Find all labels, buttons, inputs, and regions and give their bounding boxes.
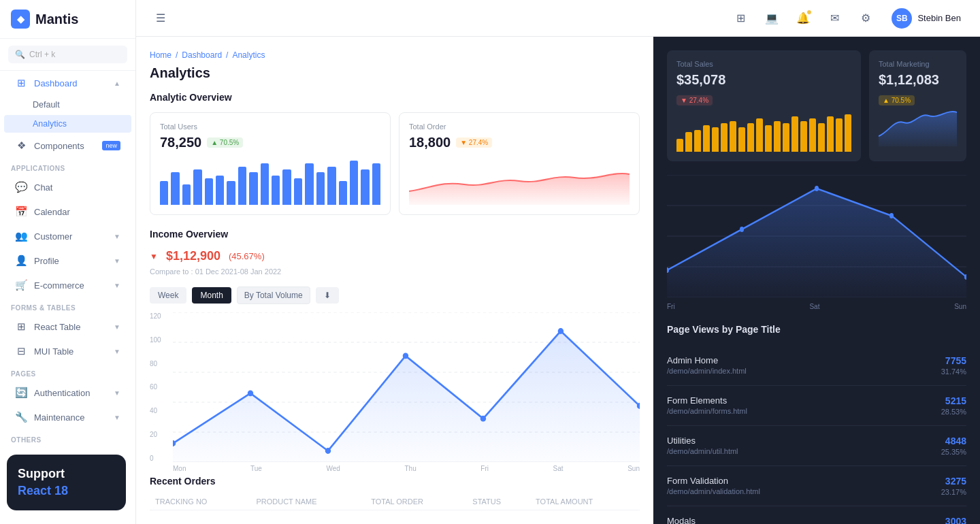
settings-icon-button[interactable]: ⚙: [855, 7, 877, 29]
bar-item: [294, 178, 302, 205]
grid-icon-button[interactable]: ⊞: [730, 7, 751, 29]
breadcrumb: Home / Dashboard / Analytics: [150, 50, 640, 60]
pv-info-0: Admin Home /demo/admin/index.html: [667, 355, 747, 375]
dark-bar-item: [845, 114, 851, 152]
bar-item: [350, 161, 358, 205]
support-badge[interactable]: Support React 18: [7, 455, 126, 510]
nav-item-components[interactable]: ❖ Components new: [4, 134, 131, 157]
nav-item-calendar[interactable]: 📅 Calendar: [4, 200, 131, 223]
mail-icon-button[interactable]: ✉: [823, 7, 845, 29]
breadcrumb-dashboard: Dashboard: [182, 50, 222, 60]
nav-label-react-table: React Table: [34, 322, 80, 332]
card-total-order: Total Order 18,800 ▼ 27.4%: [399, 112, 640, 215]
dark-bar-item: [738, 127, 745, 152]
calendar-icon: 📅: [15, 206, 27, 218]
dark-card-total-marketing: Total Marketing $1,12,083 ▲ 70.5%: [869, 50, 966, 161]
dark-bar-item: [694, 130, 701, 152]
pv-item-0: Admin Home /demo/admin/index.html 7755 3…: [667, 346, 966, 386]
nav-label-components: Components: [34, 141, 84, 151]
bar-item: [339, 181, 347, 205]
left-panel: Home / Dashboard / Analytics Analytics A…: [136, 37, 653, 524]
nav-item-customer[interactable]: 👥 Customer ▼: [4, 225, 131, 248]
dark-bar-item: [685, 132, 692, 152]
pv-value-0: 7755: [941, 355, 966, 366]
pv-info-4: Modals /demo/admin/modals.html: [667, 516, 753, 524]
bar-item: [160, 181, 168, 205]
col-status: STATUS: [467, 493, 530, 510]
bar-item: [316, 172, 325, 205]
svg-point-8: [325, 448, 331, 454]
nav-item-react-table[interactable]: ⊞ React Table ▼: [4, 315, 131, 338]
income-title: Income Overview: [150, 229, 640, 240]
month-button[interactable]: Month: [192, 287, 231, 304]
nav-item-ecommerce[interactable]: 🛒 E-commerce ▼: [4, 274, 131, 297]
recent-orders-section: Recent Orders TRACKING NO PRODUCT NAME T…: [150, 476, 640, 510]
sidebar-search[interactable]: 🔍 Ctrl + k: [0, 39, 135, 71]
nav-item-authentication[interactable]: 🔄 Authentication ▼: [4, 381, 131, 404]
menu-toggle-button[interactable]: ☰: [150, 7, 172, 29]
support-title: Support: [18, 467, 115, 481]
notification-icon-button[interactable]: 🔔: [792, 7, 814, 29]
bar-item: [182, 184, 191, 205]
card-value-row-users: 78,250 ▲ 70.5%: [160, 135, 380, 150]
dark-badge-marketing: ▲ 70.5%: [879, 95, 915, 105]
chevron-down-icon: ▼: [114, 389, 120, 397]
dark-bar-item: [800, 121, 807, 152]
pv-stats-4: 3003 22.21%: [941, 516, 966, 524]
maintenance-icon: 🔧: [15, 411, 27, 423]
dark-card-total-sales: Total Sales $35,078 ▼ 27.4%: [667, 50, 861, 161]
card-value-order: 18,800: [409, 135, 451, 150]
bar-item: [216, 176, 224, 205]
search-box[interactable]: 🔍 Ctrl + k: [8, 46, 127, 63]
dark-bar-item: [676, 139, 683, 152]
search-placeholder: Ctrl + k: [29, 50, 55, 59]
svg-point-19: [740, 227, 744, 232]
pv-name-1: Form Elements: [667, 395, 747, 406]
pv-row-2: Utilities /demo/admin/util.html 4848 25.…: [667, 436, 966, 456]
nav-label-analytics: Analytics: [33, 119, 67, 129]
recent-orders-title: Recent Orders: [150, 476, 640, 487]
analytic-cards-light: Total Users 78,250 ▲ 70.5% Total Order 1…: [150, 112, 640, 215]
nav-item-dashboard[interactable]: ⊞ Dashboard ▲: [4, 71, 131, 95]
dark-bar-item: [827, 116, 834, 152]
user-name: Stebin Ben: [917, 13, 961, 23]
income-header: ▼ $1,12,900 (45.67%): [150, 249, 640, 263]
chevron-down-icon: ▼: [114, 233, 120, 240]
dark-bar-item: [774, 121, 781, 152]
ecommerce-icon: 🛒: [15, 279, 27, 291]
dark-bar-item: [712, 127, 719, 152]
user-avatar[interactable]: SB Stebin Ben: [886, 5, 966, 31]
income-line-chart: 120100806040200: [150, 312, 640, 462]
app-logo[interactable]: ◆ Mantis: [0, 0, 135, 39]
pv-row-3: Form Validation /demo/admin/validation.h…: [667, 476, 966, 496]
nav-item-default[interactable]: Default: [4, 96, 131, 114]
nav-label-maintenance: Maintenance: [34, 412, 84, 423]
col-total-amount: TOTAL AMOUNT: [530, 493, 640, 510]
nav-item-profile[interactable]: 👤 Profile ▼: [4, 249, 131, 272]
pv-stats-3: 3275 23.17%: [941, 476, 966, 496]
monitor-icon-button[interactable]: 💻: [761, 7, 783, 29]
pv-stats-2: 4848 25.35%: [941, 436, 966, 456]
income-pct: (45.67%): [229, 251, 265, 261]
app-name: Mantis: [35, 12, 78, 27]
svg-point-7: [248, 390, 253, 396]
section-label-pages: Pages: [0, 363, 135, 380]
volume-button[interactable]: By Total Volume: [237, 286, 310, 304]
download-button[interactable]: ⬇: [316, 287, 339, 304]
nav-item-mui-table[interactable]: ⊟ MUI Table ▼: [4, 340, 131, 363]
dark-label-marketing: Total Marketing: [879, 60, 957, 68]
nav-item-chat[interactable]: 💬 Chat: [4, 176, 131, 199]
svg-point-21: [889, 213, 894, 218]
pv-pct-1: 28.53%: [941, 408, 966, 416]
badge-order: ▼ 27.4%: [456, 137, 492, 148]
nav-label-calendar: Calendar: [34, 207, 70, 217]
nav-item-analytics[interactable]: Analytics: [4, 115, 131, 133]
nav-item-maintenance[interactable]: 🔧 Maintenance ▼: [4, 406, 131, 429]
dark-bar-item: [809, 118, 816, 152]
week-button[interactable]: Week: [150, 287, 186, 304]
svg-point-10: [480, 416, 486, 422]
bar-item: [249, 172, 257, 205]
bar-item: [261, 163, 269, 205]
pv-stats-0: 7755 31.74%: [941, 355, 966, 376]
pv-value-4: 3003: [941, 516, 966, 524]
